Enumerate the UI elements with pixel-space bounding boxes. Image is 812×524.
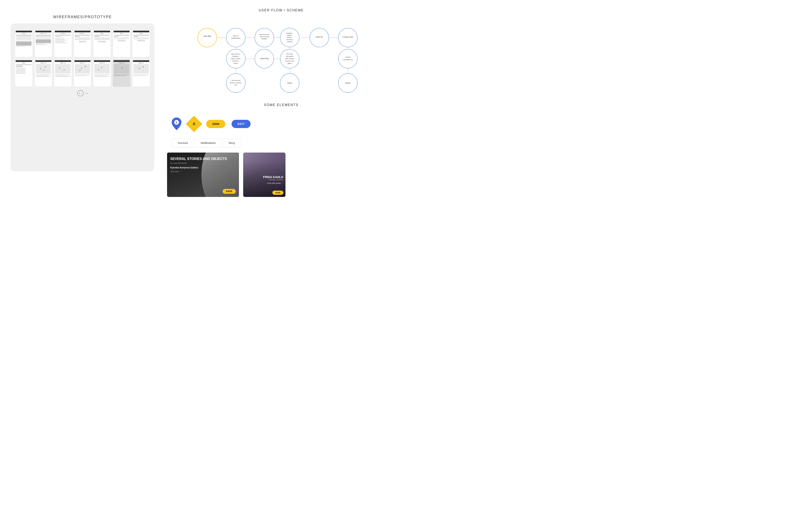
tab-notifications[interactable]: Notifications bbox=[194, 139, 222, 147]
svg-text:Title, Data,: Title, Data, bbox=[286, 53, 293, 55]
wireframe-search-02[interactable]: Search - 02 bbox=[34, 30, 52, 57]
svg-text:Searching: Searching bbox=[260, 58, 269, 60]
svg-text:Create route: Create route bbox=[343, 36, 353, 38]
pin-marker: 1 bbox=[171, 117, 182, 130]
story-gallery: Kyivska Kartynna Gallery bbox=[170, 166, 227, 169]
wireframe-menu-1[interactable]: Menu REGISTRATION bbox=[93, 30, 111, 57]
right-panel: USER FLOW / SCHEME bbox=[165, 6, 398, 256]
story-author: by Lesia Khomenko bbox=[170, 162, 227, 164]
artist-info: FRIDA KAHLO Painting | Visual Art EXPLOR… bbox=[263, 176, 283, 184]
story-card: SEVERAL STORIES AND OBJECTS by Lesia Kho… bbox=[167, 152, 239, 197]
svg-point-18 bbox=[255, 28, 274, 47]
tab-story[interactable]: Story bbox=[222, 139, 241, 147]
wireframes-panel: WIREFRAMES/PROTOTYPE Search bbox=[9, 6, 157, 256]
user-flow-title: USER FLOW / SCHEME bbox=[165, 9, 398, 12]
elements-section: SOME ELEMENTS 1 A bbox=[165, 103, 398, 197]
wireframes-row-2: Menu ARTEM MUSENKO bbox=[15, 59, 150, 87]
svg-text:Souvenirs /: Souvenirs / bbox=[233, 60, 239, 62]
svg-text:Exibition /: Exibition / bbox=[287, 33, 293, 34]
svg-text:User flow: User flow bbox=[203, 35, 211, 37]
svg-text:Sign In/: Sign In/ bbox=[233, 35, 239, 37]
svg-text:Souvenirs: Souvenirs bbox=[286, 39, 293, 40]
tabs-row: Account Notifications Story bbox=[171, 138, 241, 147]
svg-text:Confirm: Confirm bbox=[345, 56, 351, 58]
story-card-content: SEVERAL STORIES AND OBJECTS by Lesia Kho… bbox=[170, 157, 227, 173]
wireframe-menu-2[interactable]: Menu REGISTRATION bbox=[113, 30, 131, 57]
artist-card: FRIDA KAHLO Painting | Visual Art EXPLOR… bbox=[243, 152, 285, 197]
prototype-indicator: E... ● ● bbox=[15, 90, 150, 96]
svg-text:Orders: Orders bbox=[234, 63, 238, 64]
wireframe-home-6[interactable]: Home - se bbox=[132, 59, 150, 87]
svg-point-13 bbox=[198, 28, 217, 47]
wireframes-container: Search Search - 02 bbox=[11, 23, 154, 171]
edit-button[interactable]: EDIT bbox=[232, 120, 251, 128]
svg-text:Registration: Registration bbox=[231, 37, 240, 39]
join-button[interactable]: JOIN bbox=[206, 120, 225, 128]
svg-text:card comming: card comming bbox=[260, 36, 269, 38]
svg-text:route/Edit rout: route/Edit rout bbox=[343, 59, 353, 61]
svg-text:Gallery /: Gallery / bbox=[287, 35, 292, 36]
svg-text:Artists /: Artists / bbox=[287, 37, 292, 38]
artist-name: FRIDA KAHLO bbox=[263, 176, 283, 179]
diamond-letter: A bbox=[193, 122, 195, 126]
svg-text:Exibition: Exibition bbox=[261, 38, 267, 39]
flow-diagram: User flow Sign In/ Registration Map (Pin… bbox=[165, 19, 398, 95]
svg-text:Artist, Pictures,: Artist, Pictures, bbox=[285, 58, 294, 59]
svg-text:info: info bbox=[235, 84, 237, 86]
diamond-marker: A bbox=[188, 118, 200, 130]
wireframe-home-1[interactable]: Home - se bbox=[34, 59, 52, 87]
svg-text:Wish list: Wish list bbox=[316, 36, 323, 38]
wireframe-home-3[interactable]: Home - se bbox=[74, 59, 92, 87]
story-title: SEVERAL STORIES AND OBJECTS bbox=[170, 157, 227, 161]
wireframe-home-2[interactable]: Home - se bbox=[54, 59, 72, 87]
svg-text:User Account: User Account bbox=[231, 80, 240, 81]
svg-text:Gallery / Artists /: Gallery / Artists / bbox=[231, 58, 241, 60]
svg-text:gallery: gallery bbox=[288, 63, 292, 64]
svg-text:Share: Share bbox=[287, 82, 292, 84]
svg-text:1: 1 bbox=[176, 121, 177, 124]
wireframe-account-reg[interactable]: Account -... REGISTRATION bbox=[74, 30, 92, 57]
wireframes-row-1: Search Search - 02 bbox=[15, 30, 150, 57]
artist-link[interactable]: EXPLORE MORE → bbox=[263, 182, 283, 184]
svg-text:Share: Share bbox=[345, 82, 350, 84]
artist-type: Painting | Visual Art bbox=[263, 179, 283, 181]
wireframe-account[interactable]: Account NO NAME USER bbox=[54, 30, 72, 57]
artist-save-button[interactable]: SAVE bbox=[272, 191, 283, 195]
wireframes-title: WIREFRAMES/PROTOTYPE bbox=[53, 15, 112, 19]
story-link[interactable]: SEE INFO → bbox=[170, 170, 227, 173]
wireframe-home-4[interactable]: Home - se bbox=[93, 59, 111, 87]
svg-text:Souvenir, logo: Souvenir, logo bbox=[285, 60, 294, 62]
tab-account[interactable]: Account bbox=[172, 139, 194, 147]
svg-text:Descroption,: Descroption, bbox=[286, 55, 294, 57]
wireframe-menu-list[interactable]: Menu ARTEM MUSENKO bbox=[15, 59, 33, 87]
svg-text:/Name / personal: /Name / personal bbox=[230, 82, 241, 84]
wireframe-search[interactable]: Search bbox=[15, 30, 33, 57]
svg-text:Map (Pins) and: Map (Pins) and bbox=[259, 34, 269, 35]
svg-text:sections: sections bbox=[287, 41, 292, 43]
user-flow-section: USER FLOW / SCHEME bbox=[165, 9, 398, 95]
svg-text:Menu /Jorney /: Menu /Jorney / bbox=[231, 53, 240, 55]
story-save-button[interactable]: SAVE bbox=[223, 189, 236, 194]
wireframe-home-5[interactable]: Home - se bbox=[113, 59, 131, 87]
wireframe-menu-3[interactable]: Menu REGISTRATION bbox=[132, 30, 150, 57]
elements-title: SOME ELEMENTS bbox=[165, 103, 398, 107]
svg-text:Exibitions /: Exibitions / bbox=[233, 55, 239, 57]
elements-row: 1 A JOIN EDIT bbox=[165, 113, 398, 134]
cards-row: SEVERAL STORIES AND OBJECTS by Lesia Kho… bbox=[165, 152, 398, 197]
